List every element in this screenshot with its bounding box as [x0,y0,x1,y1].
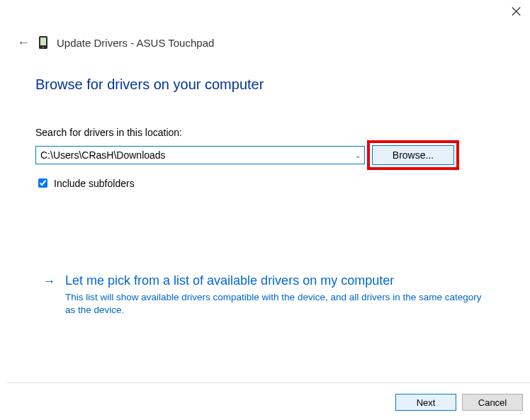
svg-rect-1 [40,38,46,45]
device-icon [38,35,48,50]
window-title: Update Drivers - ASUS Touchpad [57,37,214,49]
path-input[interactable] [35,146,365,164]
next-button[interactable]: Next [395,394,456,411]
pick-from-list-title: Let me pick from a list of available dri… [65,273,394,289]
cancel-button[interactable]: Cancel [462,394,523,411]
browse-button[interactable]: Browse... [372,145,454,165]
pick-from-list-description: This list will show available drivers co… [65,291,489,317]
include-subfolders-input[interactable] [38,178,47,188]
footer-separator [7,382,530,383]
search-label: Search for drivers in this location: [35,127,510,138]
close-icon[interactable] [510,6,521,17]
svg-point-2 [43,47,44,48]
path-combobox[interactable]: ⌄ [35,146,365,164]
page-heading: Browse for drivers on your computer [35,76,510,93]
pick-from-list-option[interactable]: → Let me pick from a list of available d… [43,273,489,289]
header: ← Update Drivers - ASUS Touchpad [17,35,214,50]
back-arrow-icon[interactable]: ← [17,36,30,49]
include-subfolders-checkbox[interactable]: Include subfolders [35,176,510,190]
arrow-right-icon: → [43,273,55,289]
include-subfolders-label: Include subfolders [54,178,135,189]
